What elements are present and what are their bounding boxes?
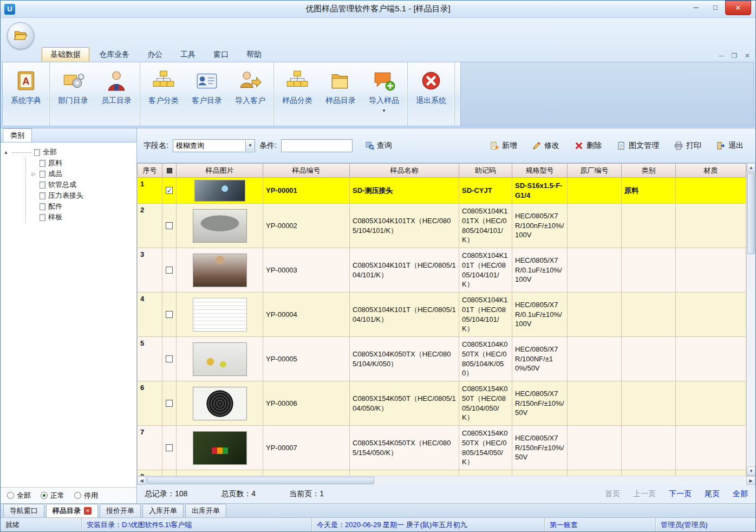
tree-item-2[interactable]: 软管总成	[26, 179, 134, 190]
bottom-tab-0[interactable]: 导航窗口	[3, 504, 44, 517]
cell-num: 1	[138, 178, 162, 204]
column-header-7[interactable]: 原厂编号	[568, 164, 622, 178]
ribbon-button-1-0[interactable]: 部门目录	[51, 64, 95, 124]
ribbon-tab-1[interactable]: 仓库业务	[91, 48, 138, 62]
column-header-6[interactable]: 规格型号	[512, 164, 568, 178]
ribbon-button-0-0[interactable]: A系统字典	[4, 64, 48, 124]
column-header-1[interactable]	[162, 164, 177, 178]
page-link-3[interactable]: 尾页	[705, 489, 720, 499]
mdi-close-icon[interactable]: ✕	[745, 52, 750, 60]
horizontal-scroll-thumb[interactable]	[147, 477, 374, 484]
app-logo-icon: U	[4, 4, 15, 15]
search-button[interactable]: 查询	[366, 141, 392, 151]
ribbon-tab-2[interactable]: 办公	[139, 48, 171, 62]
vertical-scroll-thumb[interactable]	[747, 173, 755, 254]
horizontal-scroll-track[interactable]	[375, 476, 746, 485]
row-checkbox[interactable]: ✓	[166, 187, 173, 194]
horizontal-scrollbar[interactable]: ◀ ▶	[137, 476, 755, 485]
bottom-tab-4[interactable]: 出库开单	[185, 504, 226, 517]
ribbon-button-2-0[interactable]: 客户分类	[142, 64, 185, 124]
row-checkbox[interactable]	[166, 222, 173, 229]
cell-name: C0805X154K050TX（HEC/0805/154/050/K）	[350, 426, 459, 470]
vertical-scroll-track[interactable]	[747, 255, 755, 466]
scroll-right-icon[interactable]: ▶	[746, 476, 755, 485]
table-row-6[interactable]: 6YP-00006C0805X154K050T（HEC/0805/104/050…	[138, 381, 746, 426]
ribbon-button-3-0[interactable]: 样品分类	[276, 64, 319, 124]
action-label: 新增	[502, 141, 517, 151]
cell-checkbox: ✓	[162, 178, 177, 204]
tree-expand-icon[interactable]: ▷	[30, 171, 37, 177]
cell-name: C0805X154K050T（HEC/0805/104/050/K）	[350, 381, 459, 426]
ribbon-button-1-1[interactable]: 员工目录	[95, 64, 138, 124]
scroll-up-icon[interactable]: ▲	[747, 163, 755, 172]
ribbon-button-2-2[interactable]: 导入客户	[229, 64, 272, 124]
table-row-3[interactable]: 3YP-00003C0805X104K101T（HEC/0805/104/101…	[138, 248, 746, 293]
action-button-5[interactable]: 退出	[716, 141, 744, 151]
table-row-5[interactable]: 5YP-00005C0805X104K050TX（HEC/0805/104/K/…	[138, 337, 746, 381]
action-button-3[interactable]: 图文管理	[617, 141, 659, 151]
select-all-checkbox[interactable]	[167, 168, 172, 173]
close-button[interactable]: ✕	[725, 1, 751, 15]
field-select[interactable]: 模糊查询 ▼	[173, 139, 255, 152]
row-checkbox[interactable]	[166, 267, 173, 274]
ribbon-button-3-2[interactable]: 导入样品▼	[362, 64, 406, 124]
column-header-4[interactable]: 样品名称	[350, 164, 459, 178]
vertical-scrollbar[interactable]: ▲ ▼	[746, 163, 755, 476]
tree-collapse-icon[interactable]: ▲	[3, 150, 9, 155]
tree-item-1[interactable]: ▷成品	[26, 168, 134, 179]
radio-option-2[interactable]: 停用	[74, 491, 98, 501]
mdi-minimize-icon[interactable]: ─	[719, 52, 724, 60]
action-button-4[interactable]: 打印	[674, 141, 701, 151]
tree-item-4[interactable]: 配件	[26, 201, 134, 212]
cell-factory-code	[568, 293, 622, 337]
action-button-0[interactable]: 新增	[490, 141, 517, 151]
page-link-2[interactable]: 下一页	[669, 489, 692, 499]
tree-item-0[interactable]: 原料	[26, 158, 134, 168]
minimize-button[interactable]: ─	[686, 1, 706, 14]
radio-option-0[interactable]: 全部	[7, 491, 31, 501]
radio-option-1[interactable]: 正常	[41, 491, 64, 501]
table-row-2[interactable]: 2YP-00002C0805X104K101TX（HEC/0805/104/10…	[138, 204, 746, 248]
tree-item-5[interactable]: 样板	[26, 212, 134, 223]
file-menu-button[interactable]	[7, 22, 34, 49]
tab-close-icon[interactable]: ✕	[84, 507, 92, 515]
mdi-restore-icon[interactable]: ❐	[731, 52, 737, 60]
bottom-tab-2[interactable]: 报价开单	[100, 504, 141, 517]
table-row-8[interactable]: 8C0805X334K0	[138, 470, 746, 476]
bottom-tab-1[interactable]: 样品目录✕	[46, 504, 98, 517]
tree-item-label: 软管总成	[48, 180, 76, 190]
scroll-left-icon[interactable]: ◀	[137, 476, 146, 485]
bottom-tab-3[interactable]: 入库开单	[142, 504, 184, 517]
ribbon-tab-5[interactable]: 帮助	[238, 48, 270, 62]
ribbon-button-4-0[interactable]: 退出系统	[409, 64, 453, 124]
ribbon-tab-4[interactable]: 窗口	[205, 48, 237, 62]
page-link-4[interactable]: 全部	[733, 489, 748, 499]
ribbon-tab-0[interactable]: 基础数据	[42, 47, 89, 62]
table-row-7[interactable]: 7YP-00007C0805X154K050TX（HEC/0805/154/05…	[138, 426, 746, 470]
column-header-5[interactable]: 助记码	[459, 164, 512, 178]
column-header-2[interactable]: 样品图片	[177, 164, 263, 178]
column-header-3[interactable]: 样品编号	[263, 164, 350, 178]
ribbon-button-2-1[interactable]: 客户目录	[185, 64, 229, 124]
category-tab[interactable]: 类别	[3, 128, 32, 142]
ribbon-button-3-1[interactable]: 样品目录	[319, 64, 362, 124]
ribbon-tab-3[interactable]: 工具	[172, 48, 204, 62]
tree-root-item[interactable]: ▲ 全部	[3, 147, 134, 158]
scroll-down-icon[interactable]: ▼	[747, 466, 755, 476]
table-row-1[interactable]: 1✓YP-00001SD-测压接头SD-CYJTSD-S16x1.5-F-G1/…	[138, 178, 746, 204]
maximize-button[interactable]: □	[706, 1, 725, 14]
column-header-8[interactable]: 类别	[622, 164, 676, 178]
action-button-2[interactable]: 删除	[575, 141, 602, 151]
row-checkbox[interactable]	[166, 400, 173, 407]
column-header-9[interactable]: 材质	[676, 164, 746, 178]
tree-item-3[interactable]: 压力表接头	[26, 190, 134, 201]
row-checkbox[interactable]	[166, 444, 173, 451]
column-header-0[interactable]: 序号	[138, 164, 162, 178]
dropdown-arrow-icon[interactable]: ▼	[382, 109, 386, 113]
tree-item-label: 压力表接头	[48, 191, 83, 200]
row-checkbox[interactable]	[166, 311, 173, 318]
condition-input[interactable]	[281, 139, 353, 152]
table-row-4[interactable]: 4YP-00004C0805X104K101T（HEC/0805/104/101…	[138, 293, 746, 337]
action-button-1[interactable]: 修改	[532, 141, 559, 151]
row-checkbox[interactable]	[166, 355, 173, 362]
